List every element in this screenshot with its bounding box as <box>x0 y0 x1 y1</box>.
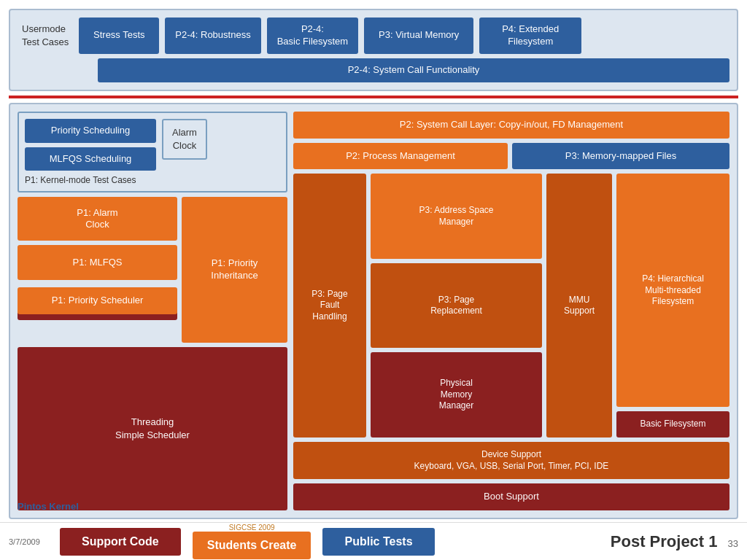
pintos-kernel-section: Priority Scheduling MLFQS Scheduling Ala… <box>9 103 738 519</box>
extended-fs-box: P4: Extended Filesystem <box>479 18 581 54</box>
mmu-support-box: MMU Support <box>546 174 612 437</box>
p3-memory-mapped-box: P3: Memory-mapped Files <box>512 143 729 170</box>
students-create-box: Students Create <box>193 532 311 559</box>
page-number: 33 <box>728 538 738 549</box>
syscall-box: P2-4: System Call Functionality <box>98 58 729 82</box>
process-mem-row: P2: Process Management P3: Memory-mapped… <box>293 143 729 170</box>
physical-memory-box: Physical Memory Manager <box>371 352 542 437</box>
p1-mlfqs-box: P1: MLFQS <box>18 245 177 280</box>
robustness-box: P2-4: Robustness <box>165 18 260 54</box>
pintos-label: Pintos Kernel <box>18 501 79 512</box>
p1-alarm-clock-box: P1: Alarm Clock <box>18 197 177 241</box>
p1-boxes-section: P1: Alarm Clock P1: MLFQS P1: Priority S… <box>18 197 287 343</box>
priority-scheduling-box: Priority Scheduling <box>25 119 156 143</box>
post-project-label: Post Project 1 <box>611 532 718 551</box>
support-code-box: Support Code <box>60 528 181 556</box>
p2-syscall-box: P2: System Call Layer: Copy-in/out, FD M… <box>293 112 729 139</box>
addr-phys-col: P3: Address Space Manager P3: Page Repla… <box>371 174 542 437</box>
p3-address-space-box: P3: Address Space Manager <box>371 174 542 258</box>
p4-hierarchical-box: P4: Hierarchical Multi-threaded Filesyst… <box>616 174 729 407</box>
left-panel: Priority Scheduling MLFQS Scheduling Ala… <box>18 112 287 510</box>
device-support-box: Device Support Keyboard, VGA, USB, Seria… <box>293 442 729 479</box>
basic-fs-box: P2-4: Basic Filesystem <box>267 18 359 54</box>
stress-tests-box: Stress Tests <box>79 18 159 54</box>
main-container: Usermode Test Cases Stress Tests P2-4: R… <box>0 0 747 560</box>
p2-process-box: P2: Process Management <box>293 143 508 170</box>
p3-page-fault-box: P3: Page Fault Handling <box>293 174 366 437</box>
public-tests-box: Public Tests <box>322 528 434 556</box>
footer-date: 3/7/2009 <box>9 537 60 546</box>
p1-priority-inheritance-box: P1: Priority Inheritance <box>182 197 287 343</box>
p1-left-col: P1: Alarm Clock P1: MLFQS P1: Priority S… <box>18 197 177 343</box>
mid-content-row: P3: Page Fault Handling P3: Address Spac… <box>293 174 729 437</box>
right-panel: P2: System Call Layer: Copy-in/out, FD M… <box>293 112 729 510</box>
p1-priority-scheduler-box: P1: Priority Scheduler <box>18 287 177 314</box>
basic-filesystem-box: Basic Filesystem <box>616 411 729 438</box>
threading-box: Threading Simple Scheduler <box>18 347 287 510</box>
kernel-test-buttons: Priority Scheduling MLFQS Scheduling <box>25 119 156 171</box>
usermode-label: Usermode Test Cases <box>18 20 73 52</box>
section-divider <box>9 96 738 98</box>
p3-page-replacement-box: P3: Page Replacement <box>371 263 542 348</box>
hier-col: P4: Hierarchical Multi-threaded Filesyst… <box>616 174 729 437</box>
p1-right-col: P1: Priority Inheritance <box>182 197 287 343</box>
students-create-wrapper: SIGCSE 2009 Students Create <box>193 524 311 559</box>
mlfqs-scheduling-box: MLFQS Scheduling <box>25 147 156 171</box>
priority-scheduler-wrapper: P1: Priority Scheduler <box>18 287 177 314</box>
alarm-clock-box: Alarm Clock <box>162 119 207 160</box>
footer: 3/7/2009 Support Code SIGCSE 2009 Studen… <box>0 522 747 560</box>
post-project-wrapper: Post Project 1 33 <box>611 532 738 551</box>
kernel-test-label: P1: Kernel-mode Test Cases <box>25 175 280 185</box>
boot-support-box: Boot Support <box>293 483 729 510</box>
sigcse-label: SIGCSE 2009 <box>229 524 275 532</box>
virtual-mem-box: P3: Virtual Memory <box>364 18 473 54</box>
top-section: Usermode Test Cases Stress Tests P2-4: R… <box>9 9 738 91</box>
kernel-test-box: Priority Scheduling MLFQS Scheduling Ala… <box>18 112 287 193</box>
